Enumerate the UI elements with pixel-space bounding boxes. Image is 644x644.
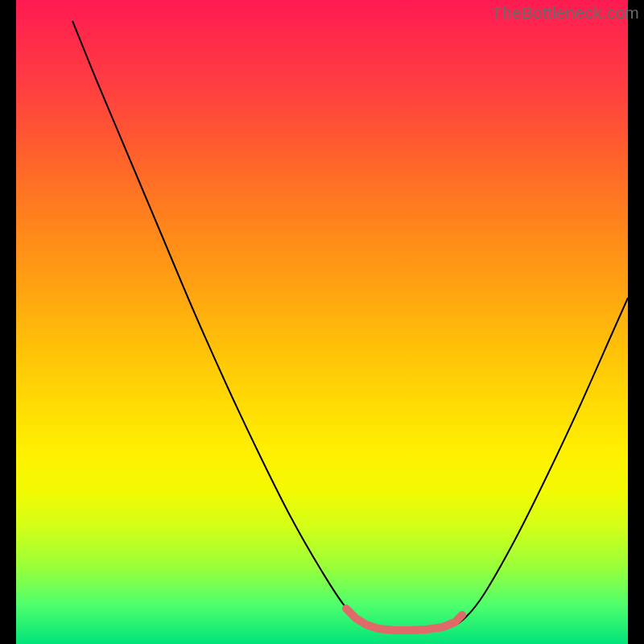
plot-area: [16, 0, 628, 644]
watermark-text: TheBottleneck.com: [492, 3, 639, 23]
chart-stage: TheBottleneck.com: [0, 0, 644, 644]
